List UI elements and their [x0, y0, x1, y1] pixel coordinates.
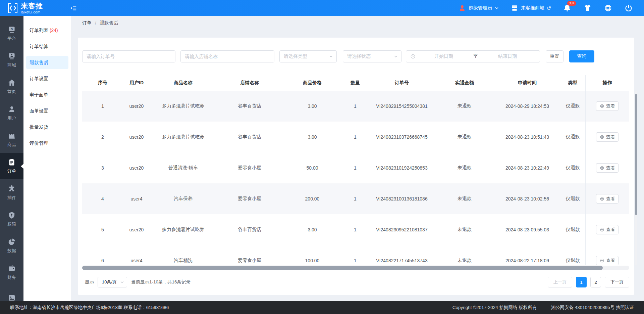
reset-button[interactable]: 重置 [546, 50, 564, 62]
view-button[interactable]: 查看 [596, 225, 619, 234]
cell-actions: 查看 [585, 183, 629, 214]
logout-power-button[interactable] [625, 4, 633, 12]
cell-user-id: user20 [123, 214, 150, 245]
user-menu[interactable]: 超级管理员 [459, 4, 499, 12]
col-refund-amount: 实退金额 [435, 75, 494, 91]
table-row: 5 user20 多力多滋薯片试吃券 谷丰百货店 3.00 1 VI240823… [82, 214, 629, 245]
cell-product: 多力多滋薯片试吃券 [150, 214, 216, 245]
order-submenu: 订单列表 (24) 订单结算 退款售后 订单设置 电子面单 面单设置 批量发货 … [23, 16, 71, 301]
submenu-item-label: 退款售后 [30, 60, 48, 65]
sidebar-item[interactable]: 首页 [0, 73, 23, 100]
footer-police-record[interactable]: 湘公网安备 43010402000895号 执照认证 [551, 305, 634, 311]
submenu-item-label: 评价管理 [30, 140, 48, 146]
page-number-button[interactable]: 1 [576, 277, 587, 287]
sidebar-item-label: 商城 [7, 62, 16, 68]
clock-icon [410, 54, 416, 59]
power-icon [625, 4, 633, 12]
sidebar-item-label: 用户 [7, 115, 16, 121]
col-qty: 数量 [342, 75, 369, 91]
page-number-button[interactable]: 2 [590, 277, 601, 287]
submenu-item[interactable]: 批量发货 [23, 119, 71, 135]
cell-order-no: VI240823100136181086 [369, 183, 435, 214]
prev-page-button[interactable]: 上一页 [548, 277, 572, 287]
table-row: 4 user4 汽车保养 爱零食小屋 200.00 1 VI2408231001… [82, 183, 629, 214]
shop-link[interactable]: 来客推商城 [511, 4, 551, 12]
cell-price: 100.00 [283, 245, 342, 265]
cell-apply-time: 2024-08-23 09:55:03 [494, 214, 560, 245]
svg-text:S: S [11, 27, 13, 31]
mall-icon [8, 52, 16, 60]
cell-product: 多力多滋薯片试吃券 [150, 122, 216, 152]
sidebar-item[interactable]: 订单 [0, 153, 23, 179]
theme-shirt-button[interactable] [584, 4, 592, 12]
cell-apply-time: 2024-08-23 10:22:49 [494, 152, 560, 183]
start-date-placeholder: 开始日期 [416, 53, 472, 59]
cell-order-no: VI240823095221081037 [369, 214, 435, 245]
sidebar-item-label: 商品 [7, 142, 16, 148]
cell-shop: 爱零食小屋 [216, 152, 283, 183]
sidebar-item[interactable]: 商城 [0, 47, 23, 73]
search-button[interactable]: 查询 [569, 50, 594, 62]
submenu-item[interactable]: 订单设置 [23, 71, 71, 87]
brand-domain: laiketui.com [21, 10, 43, 14]
submenu-item[interactable]: 面单设置 [23, 103, 71, 119]
page-size-select[interactable]: 10条/页 [98, 277, 127, 287]
date-range-picker[interactable]: 开始日期 至 结束日期 [406, 50, 540, 62]
cell-user-id: user4 [123, 183, 150, 214]
sidebar-item[interactable]: 插件 [0, 179, 23, 206]
horizontal-scrollbar-thumb[interactable] [82, 266, 603, 270]
sidebar-item-label: 插件 [7, 195, 16, 201]
order-no-input[interactable] [82, 50, 175, 62]
sidebar-item[interactable]: 数据 [0, 232, 23, 259]
sidebar-item[interactable]: 用户 [0, 100, 23, 126]
cell-product: 多力多滋薯片试吃券 [150, 91, 216, 122]
pagination-summary: 当前显示1-10条，共16条记录 [131, 279, 191, 285]
cell-user-id: user20 [123, 152, 150, 183]
cell-type: 仅退款 [560, 152, 585, 183]
status-select[interactable]: 请选择状态 [343, 50, 401, 62]
cell-type: 仅退款 [560, 122, 585, 152]
goods-icon [8, 132, 16, 140]
cell-qty: 1 [342, 122, 369, 152]
cell-type: 仅退款 [560, 245, 585, 265]
view-button[interactable]: 查看 [596, 163, 619, 173]
sidebar-item[interactable]: 财务 [0, 259, 23, 285]
submenu-item-label: 批量发货 [30, 124, 48, 130]
cell-type: 仅退款 [560, 183, 585, 214]
submenu-item[interactable]: 订单列表 (24) [23, 22, 71, 38]
cell-refund-amount: 未退款 [435, 122, 494, 152]
submenu-item[interactable]: 电子面单 [23, 87, 71, 103]
sidebar-item[interactable]: 商品 [0, 126, 23, 153]
type-select[interactable]: 请选择类型 [279, 50, 337, 62]
next-page-button[interactable]: 下一页 [605, 277, 629, 287]
submenu-item[interactable]: 订单结算 [23, 38, 71, 54]
submenu-item[interactable]: 退款售后 [26, 56, 68, 69]
view-button[interactable]: 查看 [596, 132, 619, 142]
brand-logo[interactable]: 来客推 laiketui.com [0, 2, 64, 14]
vertical-scrollbar [635, 91, 637, 265]
logo-icon [7, 2, 19, 14]
sidebar-item[interactable]: S 平台 [0, 20, 23, 47]
notification-bell-button[interactable]: 99+ [563, 4, 571, 12]
notification-badge: 99+ [567, 1, 576, 6]
cell-shop: 爱零食小屋 [216, 183, 283, 214]
view-button[interactable]: 查看 [596, 101, 619, 111]
shop-name-input[interactable] [180, 50, 274, 62]
cell-refund-amount: 未退款 [435, 183, 494, 214]
cell-index: 3 [82, 152, 123, 183]
eye-icon [600, 104, 604, 108]
sidebar-item[interactable] [0, 285, 23, 301]
view-button[interactable]: 查看 [596, 256, 619, 265]
gallery-icon [8, 294, 16, 302]
top-header: 来客推 laiketui.com 超级管理员 来客推商城 99+ [0, 0, 644, 16]
data-icon [8, 238, 16, 246]
breadcrumb-parent[interactable]: 订单 [82, 20, 92, 26]
submenu-item[interactable]: 评价管理 [23, 135, 71, 151]
vertical-scrollbar-thumb[interactable] [635, 94, 637, 215]
language-globe-button[interactable] [604, 4, 612, 12]
sidebar-item[interactable]: 权限 [0, 206, 23, 232]
view-button[interactable]: 查看 [596, 194, 619, 204]
cell-price: 3.00 [283, 214, 342, 245]
menu-fold-icon[interactable] [70, 4, 77, 12]
col-apply-time: 申请时间 [494, 75, 560, 91]
